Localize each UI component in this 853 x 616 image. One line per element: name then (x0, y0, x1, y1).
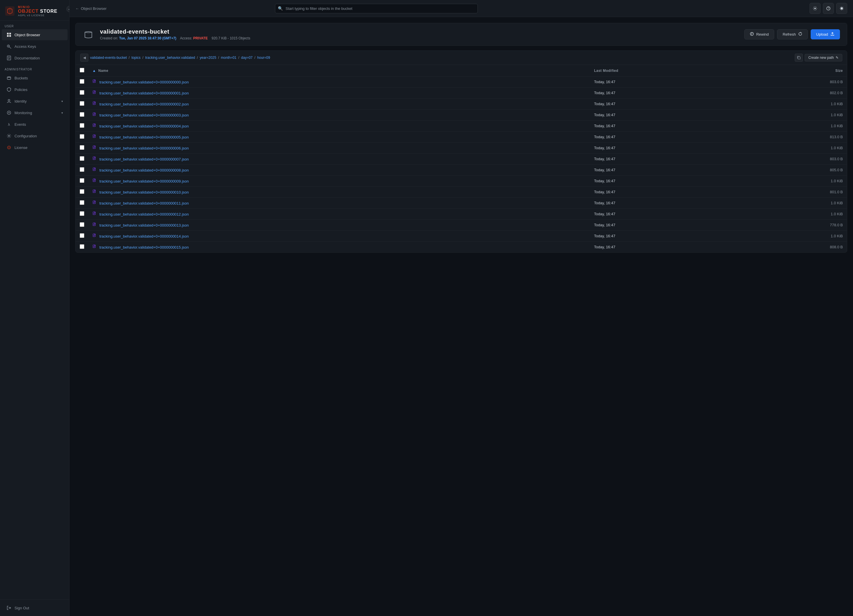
file-checkbox-0[interactable] (80, 79, 84, 84)
file-modified-cell: Today, 16:47 (590, 76, 745, 88)
theme-toggle-button[interactable] (836, 3, 847, 14)
signout-icon (6, 605, 12, 610)
breadcrumb-segment-4[interactable]: month=01 (221, 56, 237, 60)
row-checkbox-cell (76, 220, 88, 231)
breadcrumb-segment-0[interactable]: validated-events-bucket (90, 56, 127, 60)
sidebar-item-signout[interactable]: Sign Out (2, 602, 67, 613)
file-name-cell: tracking.user_behavior.validated+0+00000… (88, 165, 590, 176)
file-name[interactable]: tracking.user_behavior.validated+0+00000… (99, 190, 189, 194)
table-row: tracking.user_behavior.validated+0+00000… (76, 242, 847, 253)
breadcrumb-segment-1[interactable]: topics (132, 56, 141, 60)
file-checkbox-13[interactable] (80, 222, 84, 227)
file-modified-cell: Today, 16:47 (590, 121, 745, 132)
file-checkbox-11[interactable] (80, 200, 84, 205)
access-value: PRIVATE (193, 36, 208, 40)
file-name[interactable]: tracking.user_behavior.validated+0+00000… (99, 135, 189, 140)
topbar: ← Object Browser 🔍 ? (70, 0, 853, 17)
refresh-button[interactable]: Refresh (777, 29, 808, 39)
breadcrumb-segment-3[interactable]: year=2025 (200, 56, 216, 60)
sidebar-item-buckets[interactable]: Buckets (2, 73, 67, 83)
file-checkbox-6[interactable] (80, 145, 84, 150)
rewind-button[interactable]: Rewind (744, 29, 774, 39)
edit-icon: ✎ (836, 56, 838, 60)
search-input[interactable] (275, 4, 478, 13)
file-modified-cell: Today, 16:47 (590, 132, 745, 143)
breadcrumb-segment-5[interactable]: day=07 (241, 56, 253, 60)
breadcrumb-back-button[interactable]: ◀ (80, 54, 88, 62)
file-name[interactable]: tracking.user_behavior.validated+0+00000… (99, 245, 189, 249)
monitoring-icon (6, 110, 12, 115)
upload-button[interactable]: Upload (811, 29, 840, 39)
bucket-info: validated-events-bucket Created on: Tue,… (100, 29, 739, 40)
sidebar-item-monitoring[interactable]: Monitoring ▾ (2, 107, 67, 118)
file-size-cell: 1.0 KiB (745, 121, 847, 132)
file-name-cell: tracking.user_behavior.validated+0+00000… (88, 88, 590, 99)
object-browser-icon (6, 32, 12, 37)
policies-icon (6, 87, 12, 92)
file-name[interactable]: tracking.user_behavior.validated+0+00000… (99, 223, 189, 228)
file-modified-cell: Today, 16:47 (590, 209, 745, 220)
sidebar-collapse-button[interactable]: ◀ (66, 6, 70, 12)
file-name[interactable]: tracking.user_behavior.validated+0+00000… (99, 234, 189, 238)
settings-button[interactable] (809, 3, 821, 14)
sidebar-item-documentation[interactable]: Documentation (2, 52, 67, 64)
size-column-header[interactable]: Size (745, 65, 847, 76)
sidebar-item-configuration[interactable]: Configuration (2, 130, 67, 141)
file-name[interactable]: tracking.user_behavior.validated+0+00000… (99, 201, 189, 205)
file-name-cell: tracking.user_behavior.validated+0+00000… (88, 121, 590, 132)
file-name[interactable]: tracking.user_behavior.validated+0+00000… (99, 146, 189, 150)
file-checkbox-3[interactable] (80, 112, 84, 117)
file-name-cell: tracking.user_behavior.validated+0+00000… (88, 143, 590, 153)
file-checkbox-2[interactable] (80, 101, 84, 106)
svg-rect-3 (7, 35, 9, 37)
sidebar-item-events[interactable]: λ Events (2, 119, 67, 130)
help-button[interactable]: ? (823, 3, 834, 14)
file-checkbox-7[interactable] (80, 156, 84, 161)
sidebar-item-policies[interactable]: Policies (2, 84, 67, 95)
file-checkbox-5[interactable] (80, 134, 84, 139)
file-name[interactable]: tracking.user_behavior.validated+0+00000… (99, 124, 189, 128)
file-name-cell: tracking.user_behavior.validated+0+00000… (88, 220, 590, 231)
breadcrumb-copy-button[interactable] (795, 54, 803, 62)
file-name[interactable]: tracking.user_behavior.validated+0+00000… (99, 91, 189, 95)
file-type-icon (93, 190, 98, 194)
back-to-object-browser[interactable]: ← Object Browser (75, 6, 107, 11)
file-checkbox-1[interactable] (80, 90, 84, 95)
main-content: ← Object Browser 🔍 ? (70, 0, 853, 616)
create-path-button[interactable]: Create new path ✎ (804, 54, 842, 61)
file-name[interactable]: tracking.user_behavior.validated+0+00000… (99, 113, 189, 117)
file-checkbox-14[interactable] (80, 233, 84, 238)
table-row: tracking.user_behavior.validated+0+00000… (76, 209, 847, 220)
sidebar-item-access-keys[interactable]: Access Keys (2, 41, 67, 52)
select-all-header (76, 65, 88, 76)
file-name-cell: tracking.user_behavior.validated+0+00000… (88, 242, 590, 253)
sidebar-item-object-browser[interactable]: Object Browser (2, 29, 67, 40)
file-name[interactable]: tracking.user_behavior.validated+0+00000… (99, 102, 189, 106)
file-checkbox-8[interactable] (80, 167, 84, 172)
table-row: tracking.user_behavior.validated+0+00000… (76, 165, 847, 176)
file-name[interactable]: tracking.user_behavior.validated+0+00000… (99, 80, 189, 84)
file-name[interactable]: tracking.user_behavior.validated+0+00000… (99, 168, 189, 172)
row-checkbox-cell (76, 176, 88, 187)
file-checkbox-15[interactable] (80, 244, 84, 249)
breadcrumb-segment-6[interactable]: hour=09 (257, 56, 270, 60)
file-name[interactable]: tracking.user_behavior.validated+0+00000… (99, 157, 189, 161)
sidebar-item-label: Documentation (15, 56, 40, 60)
file-checkbox-4[interactable] (80, 123, 84, 128)
upload-icon (830, 32, 835, 37)
file-checkbox-9[interactable] (80, 178, 84, 183)
sidebar-item-license[interactable]: License (2, 142, 67, 153)
breadcrumb-segment-2[interactable]: tracking.user_behavior.validated (145, 56, 195, 60)
modified-column-header[interactable]: Last Modified (590, 65, 745, 76)
file-checkbox-10[interactable] (80, 189, 84, 194)
file-name[interactable]: tracking.user_behavior.validated+0+00000… (99, 179, 189, 184)
table-row: tracking.user_behavior.validated+0+00000… (76, 132, 847, 143)
select-all-checkbox[interactable] (80, 68, 84, 73)
refresh-label: Refresh (783, 32, 796, 36)
sidebar-item-identity[interactable]: Identity ▾ (2, 96, 67, 107)
file-name-cell: tracking.user_behavior.validated+0+00000… (88, 187, 590, 197)
name-column-header[interactable]: ▲ Name (88, 65, 590, 76)
created-value: Tue, Jan 07 2025 16:47:30 (GMT+7) (119, 36, 176, 40)
file-name[interactable]: tracking.user_behavior.validated+0+00000… (99, 212, 189, 217)
file-checkbox-12[interactable] (80, 211, 84, 216)
